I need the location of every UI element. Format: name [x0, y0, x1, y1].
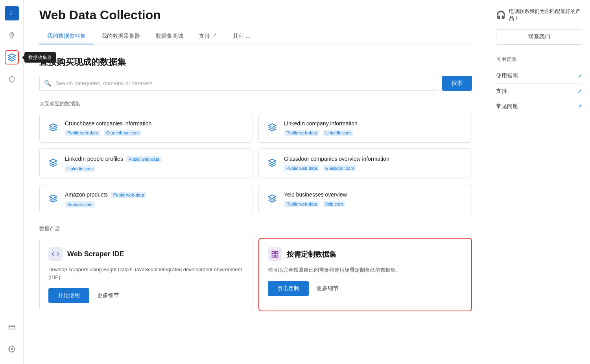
- tag-domain-3: Linkedin.com: [65, 165, 95, 172]
- resources-title: 可用资源: [496, 56, 582, 63]
- tag-domain-2: Linkedin.com: [323, 130, 353, 136]
- tag-public-2: Public web-data: [284, 130, 319, 136]
- sidebar-shield-icon[interactable]: [5, 72, 19, 86]
- product-title-2: 按需定制数据集: [287, 250, 336, 259]
- resource-item-faq[interactable]: 常见问题 ↗: [496, 99, 582, 114]
- product-customize-btn[interactable]: 点击定制: [268, 281, 309, 296]
- arrow-icon-1: ↗: [577, 73, 582, 79]
- tab-my-collectors[interactable]: 我的数据采集器: [94, 29, 148, 44]
- contact-section: 🎧 电话联系我们为你匹配最好的产品！ 联系我们: [496, 8, 582, 45]
- dataset-stack-icon-4: [266, 156, 278, 169]
- tabs: 我的数据资料集 我的数据采集器 数据集商城 支持 ↗ 其它 …: [39, 29, 472, 44]
- product-start-btn[interactable]: 开始使用: [48, 288, 89, 303]
- sidebar-tooltip: 数据收集器: [24, 52, 56, 63]
- product-icon-custom: [268, 247, 282, 261]
- section-title: 直接购买现成的数据集: [39, 56, 472, 68]
- dataset-stack-icon-2: [266, 121, 278, 134]
- tab-other[interactable]: 其它 …: [225, 29, 259, 44]
- search-input-wrap: 🔍: [39, 76, 438, 91]
- product-header-2: 按需定制数据集: [268, 247, 463, 261]
- product-icon-ide: [48, 247, 63, 261]
- tag-public-1: Public web-data: [65, 130, 100, 136]
- contact-header: 🎧 电话联系我们为你匹配最好的产品！: [496, 8, 582, 22]
- dataset-card-crunchbase[interactable]: Crunchbase companies information Public …: [39, 113, 253, 143]
- dataset-card-glassdoor[interactable]: Glassdoor companies overview information…: [258, 148, 472, 178]
- dataset-card-linkedin-company[interactable]: LinkedIn company information Public web-…: [258, 113, 472, 143]
- tab-support[interactable]: 支持 ↗: [191, 29, 225, 44]
- sidebar-info-icon[interactable]: i: [5, 6, 19, 20]
- product-actions-2: 点击定制 更多细节: [268, 281, 463, 296]
- svg-rect-6: [272, 255, 275, 257]
- search-bar: 🔍 搜索: [39, 76, 472, 91]
- headset-icon: 🎧: [496, 10, 506, 20]
- product-desc-1: Develop scrapers using Bright Data's Jav…: [48, 266, 244, 281]
- tag-public-4: Public web-data: [284, 165, 319, 171]
- dataset-info-6: Yelp businesses overview Public web-data…: [284, 191, 347, 207]
- product-header-1: Web Scraper IDE: [48, 247, 244, 261]
- search-input[interactable]: [39, 76, 438, 91]
- sidebar-billing-icon[interactable]: [5, 320, 19, 334]
- product-details-btn-1[interactable]: 更多细节: [97, 292, 119, 299]
- contact-us-button[interactable]: 联系我们: [496, 29, 582, 45]
- svg-rect-5: [276, 252, 278, 254]
- arrow-icon-3: ↗: [577, 103, 582, 110]
- tag-domain-6: Yelp.com: [323, 201, 345, 207]
- main-content: Web Data Collection 我的数据资料集 我的数据采集器 数据集商…: [24, 0, 488, 364]
- dataset-stack-icon-3: [47, 156, 59, 169]
- dataset-info-1: Crunchbase companies information Public …: [65, 120, 151, 136]
- dataset-info-2: LinkedIn company information Public web-…: [284, 120, 358, 136]
- svg-text:i: i: [10, 11, 12, 16]
- sidebar: i 数据收集器: [0, 0, 24, 364]
- search-button[interactable]: 搜索: [442, 76, 472, 91]
- product-card-custom: 按需定制数据集 你可以完全按照自己的需要和使用场景定制自己的数据集。 点击定制 …: [258, 238, 472, 311]
- popular-label: 大受欢迎的数据集: [39, 100, 472, 107]
- product-desc-2: 你可以完全按照自己的需要和使用场景定制自己的数据集。: [268, 266, 463, 274]
- dataset-info-4: Glassdoor companies overview information…: [284, 156, 389, 171]
- tag-domain-5: Amazon.com: [65, 201, 95, 208]
- product-grid: Web Scraper IDE Develop scrapers using B…: [39, 238, 472, 311]
- page-title: Web Data Collection: [39, 8, 472, 22]
- search-icon: 🔍: [44, 80, 52, 87]
- sidebar-settings-icon[interactable]: [5, 342, 19, 356]
- dataset-card-linkedin-people[interactable]: LinkedIn people profiles Public web-data…: [39, 148, 253, 178]
- tab-dataset-store[interactable]: 数据集商城: [148, 29, 191, 44]
- sidebar-stack-icon[interactable]: 数据收集器: [5, 50, 19, 64]
- product-title-1: Web Scraper IDE: [67, 250, 124, 258]
- product-actions-1: 开始使用 更多细节: [48, 288, 244, 303]
- dataset-grid: Crunchbase companies information Public …: [39, 113, 472, 214]
- svg-rect-4: [272, 252, 275, 254]
- dataset-stack-icon-5: [47, 192, 59, 205]
- tag-public-6: Public web-data: [284, 201, 319, 207]
- svg-rect-1: [9, 325, 15, 329]
- svg-point-3: [11, 348, 13, 350]
- tag-domain-4: Glassdoor.com: [323, 165, 356, 171]
- contact-text: 电话联系我们为你匹配最好的产品！: [509, 8, 582, 22]
- dataset-card-yelp[interactable]: Yelp businesses overview Public web-data…: [258, 184, 472, 214]
- product-details-btn-2[interactable]: 更多细节: [317, 285, 339, 292]
- tag-domain-1: Crunchbase.com: [104, 130, 141, 136]
- dataset-stack-icon-6: [266, 192, 278, 205]
- right-panel: 🎧 电话联系我们为你匹配最好的产品！ 联系我们 可用资源 使用指南 ↗ 支持 ↗…: [488, 0, 590, 364]
- resource-item-guide[interactable]: 使用指南 ↗: [496, 68, 582, 84]
- dataset-stack-icon-1: [47, 121, 59, 134]
- dataset-info-5: Amazon products Public web-data Amazon.c…: [65, 191, 148, 208]
- sidebar-location-icon[interactable]: [5, 28, 19, 42]
- tab-my-datasets[interactable]: 我的数据资料集: [39, 29, 94, 44]
- products-label: 数据产品: [39, 225, 472, 232]
- dataset-card-amazon[interactable]: Amazon products Public web-data Amazon.c…: [39, 184, 253, 214]
- svg-rect-7: [276, 255, 278, 257]
- product-card-ide: Web Scraper IDE Develop scrapers using B…: [39, 238, 253, 311]
- dataset-info-3: LinkedIn people profiles Public web-data…: [65, 156, 163, 172]
- resources-section: 可用资源 使用指南 ↗ 支持 ↗ 常见问题 ↗: [496, 56, 582, 114]
- resource-item-support[interactable]: 支持 ↗: [496, 84, 582, 99]
- arrow-icon-2: ↗: [577, 88, 582, 94]
- sidebar-bottom: [5, 320, 19, 364]
